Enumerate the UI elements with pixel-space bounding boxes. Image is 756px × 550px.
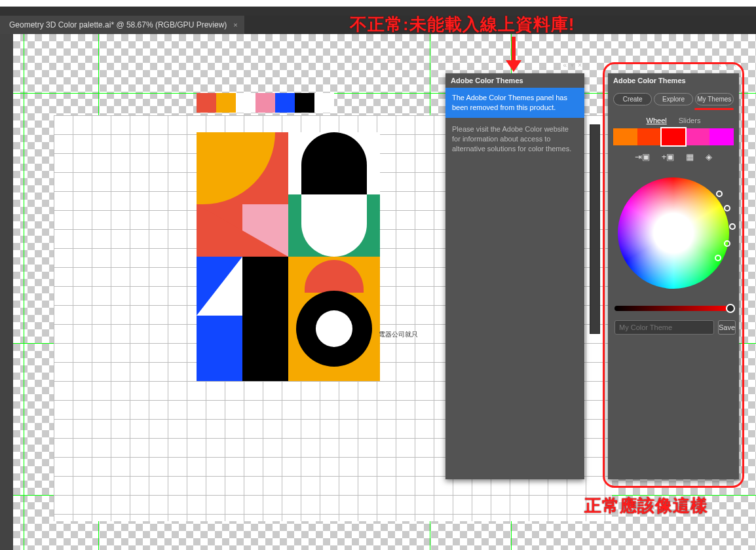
panel-title[interactable]: Adobe Color Themes <box>445 73 584 88</box>
guide-vertical[interactable] <box>24 34 24 550</box>
share-icon[interactable]: ◈ <box>706 152 712 162</box>
palette-swatch[interactable] <box>295 93 314 113</box>
add-to-swatches-icon[interactable]: ⇥▣ <box>635 152 650 162</box>
add-color-row-icon[interactable]: +▣ <box>662 152 675 162</box>
theme-name-input[interactable] <box>614 320 714 335</box>
brightness-slider-knob[interactable] <box>726 304 735 313</box>
wheel-color-handle[interactable] <box>716 191 723 197</box>
deprecation-banner: The Adobe Color Themes panel has been re… <box>445 88 584 118</box>
save-row: Save <box>608 315 739 341</box>
panel-menu-icon[interactable]: ▾ <box>725 62 728 69</box>
save-button[interactable]: Save <box>718 320 736 335</box>
adobe-color-themes-panel-deprecated: Adobe Color Themes The Adobe Color Theme… <box>445 73 584 479</box>
wheel-color-handle[interactable] <box>724 205 730 211</box>
panel-title[interactable]: Adobe Color Themes <box>608 73 739 88</box>
palette-swatch[interactable] <box>275 93 295 113</box>
theme-color-strip[interactable] <box>613 128 734 145</box>
theme-strip-swatch[interactable] <box>685 128 709 145</box>
annotation-bottom: 正常應該像這樣 <box>584 494 708 517</box>
deprecation-message: Please visit the Adobe Color website for… <box>445 118 584 161</box>
annotation-top: 不正常:未能載入線上資料庫! <box>350 13 575 36</box>
theme-strip-swatch[interactable] <box>662 128 686 145</box>
adobe-color-themes-panel: Adobe Color Themes Create Explore My The… <box>608 73 739 479</box>
wheel-color-handle[interactable] <box>724 240 730 247</box>
window-chrome-strip <box>0 0 756 7</box>
palette-swatch-row <box>197 93 334 113</box>
annotation-arrow-icon <box>508 37 520 73</box>
theme-tool-row: ⇥▣ +▣ ▦ ◈ <box>608 145 739 168</box>
tab-explore[interactable]: Explore <box>654 93 692 105</box>
panel-menu-icon[interactable]: ▾ <box>571 62 574 69</box>
theme-strip-swatch[interactable] <box>613 128 637 145</box>
artwork[interactable] <box>197 132 380 381</box>
theme-strip-swatch[interactable] <box>637 128 662 145</box>
panel-collapse-icon[interactable]: « <box>718 62 722 69</box>
subtab-sliders[interactable]: Sliders <box>679 117 701 124</box>
palette-swatch[interactable] <box>236 93 255 113</box>
mode-tabs: Create Explore My Themes <box>608 88 739 107</box>
palette-swatch[interactable] <box>216 93 236 113</box>
document-tab-title: Geometry 3D Color palette.ai* @ 58.67% (… <box>9 20 227 29</box>
palette-swatch[interactable] <box>197 93 216 113</box>
palette-swatch[interactable] <box>255 93 275 113</box>
color-wheel[interactable] <box>618 177 729 289</box>
canvas-caption: 電器公司就只 <box>379 330 418 339</box>
panel-collapse-icon[interactable]: « <box>563 62 567 69</box>
grid-icon[interactable]: ▦ <box>686 152 694 162</box>
background-panel-peek <box>590 124 600 334</box>
subtab-wheel[interactable]: Wheel <box>647 117 667 124</box>
theme-strip-swatch[interactable] <box>709 128 734 145</box>
tab-mythemes[interactable]: My Themes <box>695 93 734 105</box>
palette-swatch[interactable] <box>314 93 334 113</box>
panel-close-icon[interactable]: × <box>732 62 736 69</box>
wheel-color-handle[interactable] <box>729 223 736 230</box>
panel-close-icon[interactable]: × <box>578 62 582 69</box>
toolbox[interactable] <box>0 34 13 550</box>
brightness-slider[interactable] <box>614 306 732 311</box>
editor-subtabs: Wheel Sliders <box>608 110 739 128</box>
wheel-color-handle[interactable] <box>715 255 721 261</box>
tab-create[interactable]: Create <box>613 93 652 105</box>
close-tab-icon[interactable]: × <box>233 21 237 29</box>
document-tab[interactable]: Geometry 3D Color palette.ai* @ 58.67% (… <box>0 16 244 34</box>
